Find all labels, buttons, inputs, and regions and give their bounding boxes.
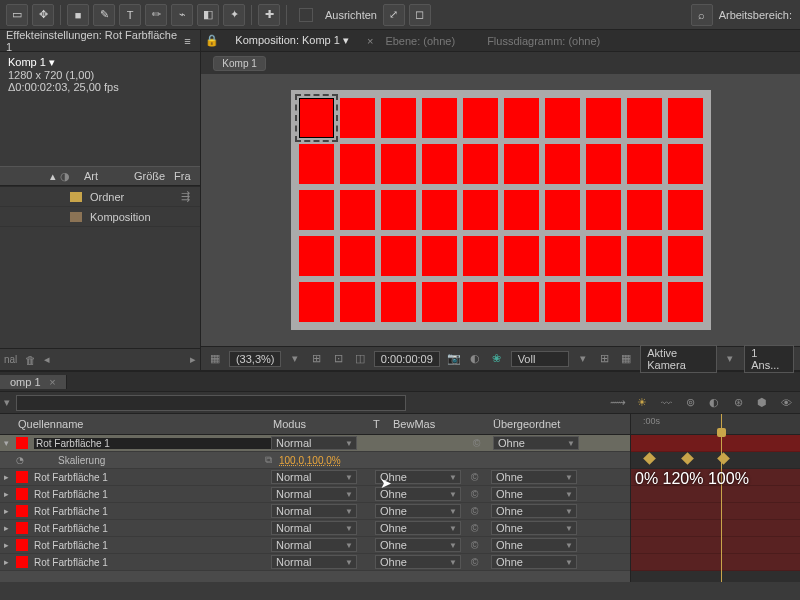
pickwhip-icon[interactable]: ©	[471, 523, 487, 534]
snap2-icon[interactable]: ◻	[409, 4, 431, 26]
camera-dropdown[interactable]: Aktive Kamera	[640, 345, 716, 373]
shape-tool-icon[interactable]: ■	[67, 4, 89, 26]
col-sourcename[interactable]: Quellenname	[18, 418, 273, 430]
channel-icon[interactable]: ◐	[467, 351, 483, 367]
stopwatch-icon[interactable]: ◔	[16, 455, 28, 465]
track-dropdown[interactable]: Ohne▼	[375, 470, 461, 484]
comp-tab[interactable]: Komposition: Komp 1 ▾	[231, 34, 353, 47]
parent-dropdown[interactable]: Ohne▼	[491, 521, 577, 535]
col-mode[interactable]: Modus	[273, 418, 373, 430]
clone-tool-icon[interactable]: ⌁	[171, 4, 193, 26]
brush-tool-icon[interactable]: ✏	[145, 4, 167, 26]
shy-icon[interactable]: ⟿	[608, 395, 628, 411]
mode-dropdown[interactable]: Normal▼	[271, 436, 357, 450]
guide1-icon[interactable]: ⊞	[309, 351, 325, 367]
track-dropdown[interactable]: Ohne▼	[375, 555, 461, 569]
comp-title[interactable]: Komp 1 ▾	[8, 56, 192, 69]
pickwhip-icon[interactable]: ©	[471, 472, 487, 483]
label-icon[interactable]: ◑	[60, 170, 70, 183]
col-fr[interactable]: Fra	[174, 170, 191, 182]
pickwhip-icon[interactable]: ©	[471, 557, 487, 568]
parent-dropdown[interactable]: Ohne▼	[491, 504, 577, 518]
guide2-icon[interactable]: ⊡	[331, 351, 347, 367]
layer-tab[interactable]: Ebene: (ohne)	[385, 35, 455, 47]
sort-caret-icon[interactable]: ▴	[50, 170, 56, 183]
parent-dropdown[interactable]: Ohne▼	[491, 538, 577, 552]
col-size[interactable]: Größe	[134, 170, 174, 182]
res-icon[interactable]: ▾	[287, 351, 303, 367]
pickwhip-icon[interactable]: ©	[471, 489, 487, 500]
mode-dropdown[interactable]: Normal▼	[271, 504, 357, 518]
pickwhip-icon[interactable]: ©	[471, 540, 487, 551]
link-icon[interactable]: ⧉	[265, 454, 279, 466]
track-dropdown[interactable]: Ohne▼	[375, 487, 461, 501]
motion-blur-icon[interactable]: ◐	[704, 395, 724, 411]
playhead[interactable]	[721, 414, 722, 582]
graph-icon[interactable]: 〰	[656, 395, 676, 411]
twirl-icon[interactable]: ▾	[4, 438, 16, 448]
trash-icon[interactable]: 🗑	[25, 354, 36, 366]
selection-tool-icon[interactable]: ▭	[6, 4, 28, 26]
composition-viewer[interactable]	[201, 74, 800, 346]
flowchart-icon[interactable]: ⇶	[181, 190, 190, 203]
views-dropdown[interactable]: 1 Ans...	[744, 345, 794, 373]
pin-tool-icon[interactable]: ✚	[258, 4, 280, 26]
eraser-tool-icon[interactable]: ◧	[197, 4, 219, 26]
project-item-folder[interactable]: Ordner ⇶	[0, 187, 200, 207]
layer-row[interactable]: ▸Rot Farbfläche 1Normal▼Ohne▼©Ohne▼	[0, 554, 630, 571]
brain-icon[interactable]: ⊛	[728, 395, 748, 411]
panel-menu-icon[interactable]: ≡	[181, 34, 195, 48]
3d-icon[interactable]: ▦	[619, 351, 635, 367]
time-ruler[interactable]: :00s	[631, 414, 800, 435]
eye-icon[interactable]: 👁	[776, 395, 796, 411]
color-icon[interactable]: ❀	[489, 351, 505, 367]
quality-dropdown[interactable]: Voll	[511, 351, 570, 367]
timeline-search-input[interactable]	[16, 395, 406, 411]
close-icon[interactable]: ×	[49, 376, 55, 388]
layer-row[interactable]: ▸Rot Farbfläche 1Normal▼Ohne▼©Ohne▼	[0, 486, 630, 503]
col-t[interactable]: T	[373, 418, 393, 430]
flowchart-tab[interactable]: Flussdiagramm: (ohne)	[487, 35, 600, 47]
timeline-graph[interactable]: :00s 0% 120% 100%	[630, 414, 800, 582]
col-bewmas[interactable]: BewMas	[393, 418, 493, 430]
timeline-tab[interactable]: omp 1 ×	[0, 375, 67, 389]
next-icon[interactable]: ▸	[190, 353, 196, 366]
views-caret-icon[interactable]: ▾	[723, 351, 739, 367]
layer-row[interactable]: ▸Rot Farbfläche 1Normal▼Ohne▼©Ohne▼	[0, 503, 630, 520]
prev-icon[interactable]: ◂	[44, 353, 50, 366]
effects-tab[interactable]: Effekteinstellungen: Rot Farbfläche 1	[6, 29, 181, 53]
lock-icon[interactable]: 🔒	[205, 34, 219, 47]
col-parent[interactable]: Übergeordnet	[493, 418, 560, 430]
pen-tool-icon[interactable]: ✎	[93, 4, 115, 26]
property-row-scale[interactable]: ◔ Skalierung ⧉ 100,0,100,0%	[0, 452, 630, 469]
mode-dropdown[interactable]: Normal▼	[271, 470, 357, 484]
search-icon[interactable]: ⌕	[691, 4, 713, 26]
parent-dropdown[interactable]: Ohne▼	[491, 487, 577, 501]
roto-tool-icon[interactable]: ✦	[223, 4, 245, 26]
layer-row[interactable]: ▸Rot Farbfläche 1Normal▼Ohne▼©Ohne▼	[0, 537, 630, 554]
mode-dropdown[interactable]: Normal▼	[271, 555, 357, 569]
scale-value[interactable]: 100,0,100,0%	[279, 455, 341, 466]
track-dropdown[interactable]: Ohne▼	[375, 521, 461, 535]
col-art[interactable]: Art	[84, 170, 134, 182]
snapshot-icon[interactable]: 📷	[446, 351, 462, 367]
parent-dropdown[interactable]: Ohne▼	[491, 555, 577, 569]
zoom-dropdown[interactable]: (33,3%)	[229, 351, 282, 367]
text-tool-icon[interactable]: T	[119, 4, 141, 26]
snap-icon[interactable]: ⤢	[383, 4, 405, 26]
mode-dropdown[interactable]: Normal▼	[271, 538, 357, 552]
layer-row[interactable]: ▸Rot Farbfläche 1Normal▼Ohne▼©Ohne▼	[0, 469, 630, 486]
layer-row-selected[interactable]: ▾ Rot Farbfläche 1 Normal▼ © Ohne▼	[0, 435, 630, 452]
mode-dropdown[interactable]: Normal▼	[271, 487, 357, 501]
pickwhip-icon[interactable]: ©	[473, 438, 489, 449]
grid-icon[interactable]: ▦	[207, 351, 223, 367]
hand-tool-icon[interactable]: ✥	[32, 4, 54, 26]
parent-dropdown[interactable]: Ohne▼	[491, 470, 577, 484]
grid-cell-selected[interactable]	[299, 98, 334, 138]
close-icon[interactable]: ×	[367, 35, 373, 47]
exposure-icon[interactable]: ▾	[575, 351, 591, 367]
project-item-comp[interactable]: Komposition	[0, 207, 200, 227]
track-dropdown[interactable]: Ohne▼	[375, 538, 461, 552]
mask-icon[interactable]: ◫	[352, 351, 368, 367]
parent-dropdown[interactable]: Ohne▼	[493, 436, 579, 450]
